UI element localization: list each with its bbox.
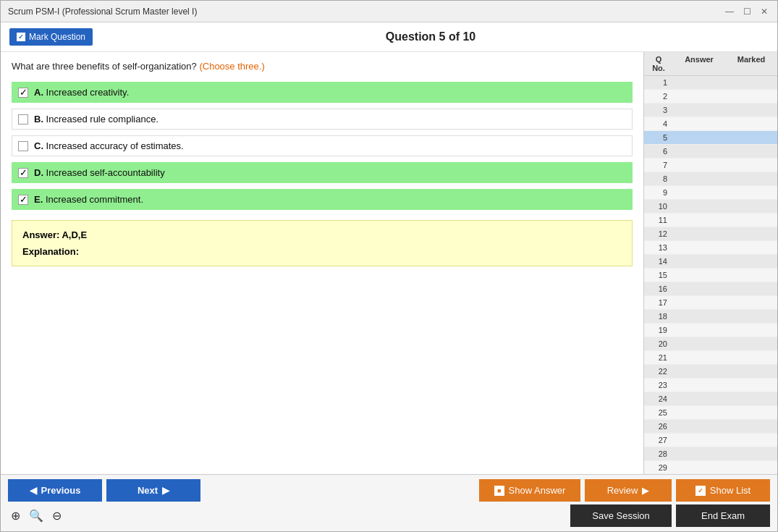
sidebar-cell-qno: 19 — [644, 324, 673, 337]
sidebar-row[interactable]: 2 — [644, 90, 777, 104]
option-b-checkbox[interactable] — [18, 114, 28, 124]
sidebar-cell-answer — [673, 94, 725, 98]
sidebar-row[interactable]: 14 — [644, 255, 777, 269]
sidebar-cell-qno: 7 — [644, 159, 673, 172]
sidebar-cell-answer — [673, 397, 725, 401]
option-a-checkbox[interactable]: ✓ — [18, 88, 28, 98]
minimize-button[interactable]: — — [724, 6, 735, 17]
option-c-checkbox[interactable] — [18, 141, 28, 151]
sidebar-cell-answer — [673, 163, 725, 167]
option-b-label: B. Increased rule compliance. — [34, 114, 158, 124]
sidebar-cell-qno: 23 — [644, 379, 673, 392]
bottom-bar: ◀ Previous Next ▶ ■ Show Answer Review ▶… — [1, 474, 777, 531]
next-arrow-icon: ▶ — [162, 485, 169, 496]
option-a-label: A. Increased creativity. — [34, 87, 129, 98]
sidebar-row[interactable]: 22 — [644, 365, 777, 379]
sidebar-row[interactable]: 18 — [644, 310, 777, 324]
option-e-checkbox[interactable]: ✓ — [18, 195, 28, 205]
sidebar-row[interactable]: 9 — [644, 186, 777, 200]
sidebar-row[interactable]: 20 — [644, 337, 777, 351]
explanation-line: Explanation: — [22, 246, 622, 257]
previous-button[interactable]: ◀ Previous — [8, 479, 102, 502]
sidebar-cell-answer — [673, 245, 725, 250]
sidebar-row[interactable]: 16 — [644, 282, 777, 296]
sidebar-row[interactable]: 26 — [644, 420, 777, 434]
sidebar-cell-marked — [725, 177, 777, 181]
sidebar-cell-marked — [725, 245, 777, 250]
save-session-label: Save Session — [592, 510, 650, 521]
sidebar-row[interactable]: 6 — [644, 145, 777, 159]
sidebar-row[interactable]: 11 — [644, 214, 777, 227]
sidebar-cell-marked — [725, 465, 777, 470]
zoom-out-button[interactable]: ⊖ — [49, 507, 64, 524]
sidebar-cell-qno: 16 — [644, 282, 673, 295]
show-list-button[interactable]: ✓ Show List — [676, 479, 770, 502]
answer-line: Answer: A,D,E — [22, 229, 622, 240]
sidebar-row[interactable]: 24 — [644, 392, 777, 406]
choose-text: (Choose three.) — [199, 61, 264, 72]
sidebar-cell-answer — [673, 342, 725, 346]
option-d-label: D. Increased self-accountability — [34, 167, 165, 178]
sidebar-cell-answer — [673, 122, 725, 126]
sidebar-row[interactable]: 7 — [644, 159, 777, 172]
sidebar-cell-marked — [725, 410, 777, 415]
zoom-in-button[interactable]: ⊕ — [8, 507, 23, 524]
sidebar-cell-qno: 3 — [644, 104, 673, 117]
sidebar-row[interactable]: 28 — [644, 447, 777, 461]
sidebar-cell-marked — [725, 383, 777, 387]
sidebar-row[interactable]: 1 — [644, 76, 777, 90]
next-button[interactable]: Next ▶ — [106, 479, 200, 502]
sidebar-row[interactable]: 25 — [644, 406, 777, 420]
sidebar-row[interactable]: 21 — [644, 351, 777, 365]
show-answer-button[interactable]: ■ Show Answer — [479, 479, 580, 502]
sidebar-row[interactable]: 8 — [644, 172, 777, 186]
sidebar-row[interactable]: 15 — [644, 269, 777, 282]
sidebar-cell-qno: 26 — [644, 420, 673, 433]
sidebar-cell-qno: 5 — [644, 131, 673, 144]
zoom-reset-button[interactable]: 🔍 — [26, 507, 46, 524]
sidebar-cell-marked — [725, 218, 777, 222]
sidebar-row[interactable]: 17 — [644, 296, 777, 310]
sidebar-row[interactable]: 3 — [644, 104, 777, 117]
sidebar-cell-answer — [673, 149, 725, 153]
maximize-button[interactable]: ☐ — [741, 6, 753, 17]
sidebar-row[interactable]: 29 — [644, 461, 777, 474]
sidebar-cell-marked — [725, 355, 777, 360]
option-d-checkbox[interactable]: ✓ — [18, 168, 28, 178]
sidebar-cell-qno: 24 — [644, 392, 673, 405]
title-bar: Scrum PSM-I (Professional Scrum Master l… — [1, 1, 777, 22]
sidebar-row[interactable]: 27 — [644, 434, 777, 447]
window-title: Scrum PSM-I (Professional Scrum Master l… — [8, 7, 197, 17]
sidebar-cell-qno: 29 — [644, 461, 673, 474]
sidebar-cell-marked — [725, 163, 777, 167]
question-title: Question 5 of 10 — [93, 30, 769, 43]
option-e-row[interactable]: ✓ E. Increased commitment. — [12, 189, 633, 210]
sidebar-row[interactable]: 13 — [644, 241, 777, 255]
sidebar-row[interactable]: 12 — [644, 227, 777, 241]
sidebar-row[interactable]: 5 — [644, 131, 777, 145]
sidebar-row[interactable]: 10 — [644, 200, 777, 214]
sidebar-row[interactable]: 4 — [644, 117, 777, 131]
sidebar-row[interactable]: 19 — [644, 324, 777, 337]
option-b-row[interactable]: B. Increased rule compliance. — [12, 109, 633, 130]
end-exam-button[interactable]: End Exam — [676, 504, 770, 527]
save-session-button[interactable]: Save Session — [570, 504, 672, 527]
sidebar-row[interactable]: 23 — [644, 379, 777, 392]
option-a-row[interactable]: ✓ A. Increased creativity. — [12, 82, 633, 103]
sidebar-cell-answer — [673, 369, 725, 373]
review-button[interactable]: Review ▶ — [585, 479, 672, 502]
sidebar-cell-answer — [673, 218, 725, 222]
show-answer-icon: ■ — [494, 486, 504, 496]
checkbox-icon: ✓ — [17, 33, 25, 41]
option-d-row[interactable]: ✓ D. Increased self-accountability — [12, 162, 633, 183]
option-c-row[interactable]: C. Increased accuracy of estimates. — [12, 135, 633, 156]
sidebar-cell-marked — [725, 149, 777, 153]
mark-question-button[interactable]: ✓ Mark Question — [9, 28, 93, 46]
sidebar-cell-qno: 4 — [644, 117, 673, 130]
close-button[interactable]: ✕ — [758, 6, 770, 17]
answer-box: Answer: A,D,E Explanation: — [12, 220, 633, 266]
sidebar-cell-answer — [673, 355, 725, 360]
sidebar-cell-answer — [673, 300, 725, 305]
sidebar-cell-answer — [673, 328, 725, 332]
sidebar-cell-answer — [673, 314, 725, 318]
